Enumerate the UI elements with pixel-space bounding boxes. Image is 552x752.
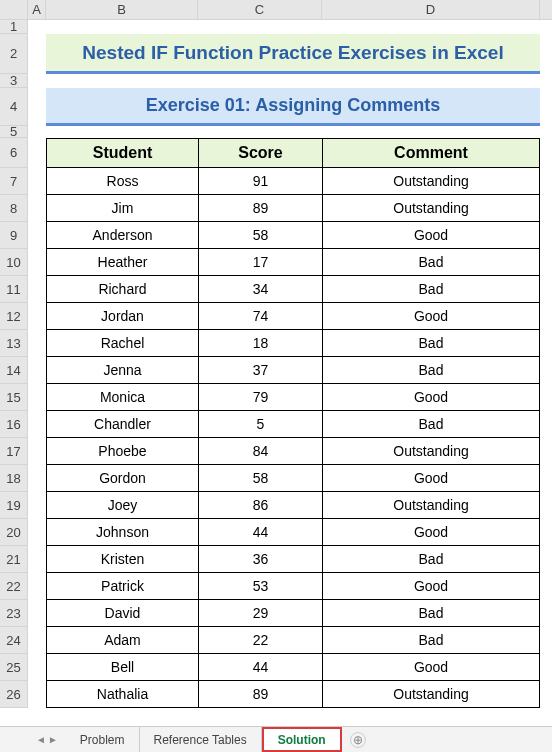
tab-solution[interactable]: Solution <box>262 727 342 752</box>
col-header-d[interactable]: D <box>322 0 540 19</box>
cell-score[interactable]: 5 <box>198 411 322 438</box>
header-comment[interactable]: Comment <box>322 138 540 168</box>
cell-score[interactable]: 53 <box>198 573 322 600</box>
row-header-2[interactable]: 2 <box>0 34 28 74</box>
row-header-21[interactable]: 21 <box>0 546 28 573</box>
row-header-22[interactable]: 22 <box>0 573 28 600</box>
cell-score[interactable]: 79 <box>198 384 322 411</box>
cell-student[interactable]: Nathalia <box>46 681 198 708</box>
cell-student[interactable]: David <box>46 600 198 627</box>
cell-score[interactable]: 58 <box>198 465 322 492</box>
col-header-b[interactable]: B <box>46 0 198 19</box>
cell-score[interactable]: 89 <box>198 195 322 222</box>
cell-score[interactable]: 18 <box>198 330 322 357</box>
row-header-12[interactable]: 12 <box>0 303 28 330</box>
cell-student[interactable]: Rachel <box>46 330 198 357</box>
cell-comment[interactable]: Outstanding <box>322 195 540 222</box>
row-header-11[interactable]: 11 <box>0 276 28 303</box>
row-header-6[interactable]: 6 <box>0 138 28 168</box>
cell-student[interactable]: Jim <box>46 195 198 222</box>
row-header-14[interactable]: 14 <box>0 357 28 384</box>
row-header-16[interactable]: 16 <box>0 411 28 438</box>
tab-next-icon[interactable]: ► <box>48 734 58 745</box>
row-header-23[interactable]: 23 <box>0 600 28 627</box>
row-header-15[interactable]: 15 <box>0 384 28 411</box>
cell-comment[interactable]: Good <box>322 303 540 330</box>
cell-score[interactable]: 84 <box>198 438 322 465</box>
cell-comment[interactable]: Good <box>322 654 540 681</box>
cell-student[interactable]: Bell <box>46 654 198 681</box>
cell-score[interactable]: 29 <box>198 600 322 627</box>
cell-comment[interactable]: Good <box>322 465 540 492</box>
select-all-corner[interactable] <box>0 0 28 19</box>
row-header-18[interactable]: 18 <box>0 465 28 492</box>
row-header-19[interactable]: 19 <box>0 492 28 519</box>
cell-student[interactable]: Phoebe <box>46 438 198 465</box>
cell-comment[interactable]: Bad <box>322 411 540 438</box>
cell-comment[interactable]: Outstanding <box>322 492 540 519</box>
row-header-4[interactable]: 4 <box>0 88 28 126</box>
cell-score[interactable]: 89 <box>198 681 322 708</box>
cell-student[interactable]: Jordan <box>46 303 198 330</box>
row-header-7[interactable]: 7 <box>0 168 28 195</box>
row-header-1[interactable]: 1 <box>0 20 28 34</box>
row-header-24[interactable]: 24 <box>0 627 28 654</box>
row-header-26[interactable]: 26 <box>0 681 28 708</box>
row-header-17[interactable]: 17 <box>0 438 28 465</box>
cell-score[interactable]: 36 <box>198 546 322 573</box>
row-header-9[interactable]: 9 <box>0 222 28 249</box>
cell-score[interactable]: 91 <box>198 168 322 195</box>
cell-student[interactable]: Monica <box>46 384 198 411</box>
row-header-8[interactable]: 8 <box>0 195 28 222</box>
cell-comment[interactable]: Bad <box>322 330 540 357</box>
col-header-c[interactable]: C <box>198 0 322 19</box>
row-header-5[interactable]: 5 <box>0 126 28 138</box>
header-student[interactable]: Student <box>46 138 198 168</box>
cell-comment[interactable]: Bad <box>322 627 540 654</box>
cell-student[interactable]: Gordon <box>46 465 198 492</box>
cell-comment[interactable]: Outstanding <box>322 438 540 465</box>
cell-score[interactable]: 37 <box>198 357 322 384</box>
cell-score[interactable]: 44 <box>198 654 322 681</box>
tab-prev-icon[interactable]: ◄ <box>36 734 46 745</box>
cell-student[interactable]: Richard <box>46 276 198 303</box>
cell-student[interactable]: Anderson <box>46 222 198 249</box>
cell-score[interactable]: 34 <box>198 276 322 303</box>
cell-score[interactable]: 22 <box>198 627 322 654</box>
cell-comment[interactable]: Good <box>322 573 540 600</box>
cell-student[interactable]: Johnson <box>46 519 198 546</box>
row-header-20[interactable]: 20 <box>0 519 28 546</box>
cell-student[interactable]: Patrick <box>46 573 198 600</box>
add-sheet-icon[interactable]: ⊕ <box>350 732 366 748</box>
cell-comment[interactable]: Bad <box>322 249 540 276</box>
cell-student[interactable]: Joey <box>46 492 198 519</box>
cell-score[interactable]: 86 <box>198 492 322 519</box>
cell-student[interactable]: Kristen <box>46 546 198 573</box>
cell-score[interactable]: 58 <box>198 222 322 249</box>
cell-score[interactable]: 74 <box>198 303 322 330</box>
cell-student[interactable]: Ross <box>46 168 198 195</box>
cell-comment[interactable]: Good <box>322 384 540 411</box>
cell-comment[interactable]: Bad <box>322 600 540 627</box>
cell-comment[interactable]: Bad <box>322 357 540 384</box>
row-header-3[interactable]: 3 <box>0 74 28 88</box>
row-header-10[interactable]: 10 <box>0 249 28 276</box>
cell-comment[interactable]: Outstanding <box>322 681 540 708</box>
cell-student[interactable]: Jenna <box>46 357 198 384</box>
cell-comment[interactable]: Bad <box>322 276 540 303</box>
tab-problem[interactable]: Problem <box>66 727 140 752</box>
tab-reference-tables[interactable]: Reference Tables <box>140 727 262 752</box>
cell-score[interactable]: 17 <box>198 249 322 276</box>
cell-comment[interactable]: Good <box>322 519 540 546</box>
row-header-25[interactable]: 25 <box>0 654 28 681</box>
cell-comment[interactable]: Outstanding <box>322 168 540 195</box>
cell-student[interactable]: Chandler <box>46 411 198 438</box>
row-header-13[interactable]: 13 <box>0 330 28 357</box>
cell-score[interactable]: 44 <box>198 519 322 546</box>
cell-student[interactable]: Heather <box>46 249 198 276</box>
cell-comment[interactable]: Bad <box>322 546 540 573</box>
header-score[interactable]: Score <box>198 138 322 168</box>
cell-student[interactable]: Adam <box>46 627 198 654</box>
col-header-a[interactable]: A <box>28 0 46 19</box>
cell-comment[interactable]: Good <box>322 222 540 249</box>
